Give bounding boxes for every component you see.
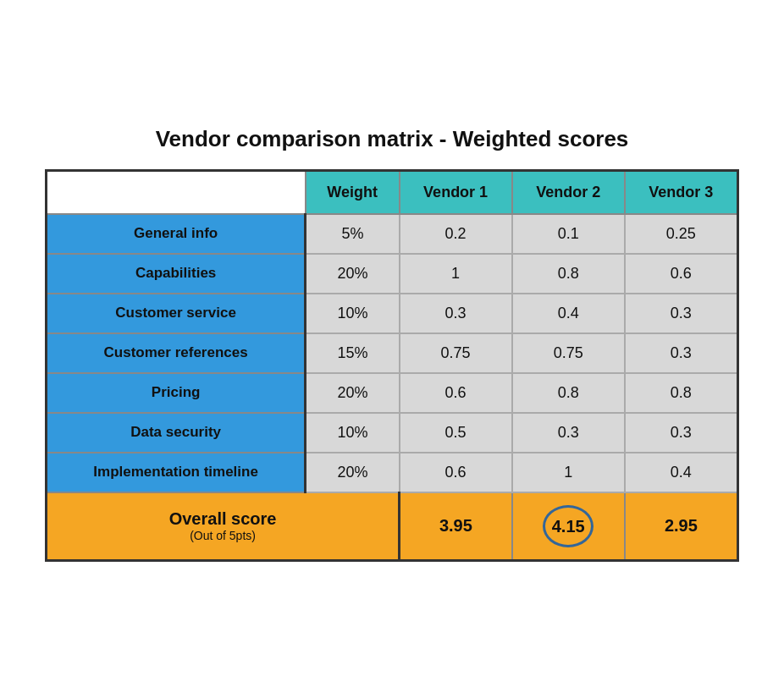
- table-row: Data security10%0.50.30.3: [47, 413, 738, 453]
- table-row: Implementation timeline20%0.610.4: [47, 453, 738, 492]
- row-weight-2: 10%: [306, 294, 400, 333]
- row-v3-5: 0.3: [625, 413, 738, 453]
- main-container: Vendor comparison matrix - Weighted scor…: [28, 109, 756, 579]
- row-v2-0: 0.1: [512, 214, 625, 254]
- row-v2-1: 0.8: [512, 254, 625, 294]
- table-row: Pricing20%0.60.80.8: [47, 373, 738, 413]
- overall-label-main: Overall score: [59, 509, 386, 529]
- overall-row: Overall score(Out of 5pts)3.954.152.95: [47, 492, 738, 561]
- row-v1-6: 0.6: [400, 453, 512, 492]
- row-weight-3: 15%: [306, 333, 400, 373]
- overall-label: Overall score(Out of 5pts): [47, 492, 400, 561]
- table-row: Customer service10%0.30.40.3: [47, 294, 738, 333]
- header-vendor1: Vendor 1: [400, 170, 512, 214]
- table-row: General info5%0.20.10.25: [47, 214, 738, 254]
- row-v3-0: 0.25: [625, 214, 738, 254]
- overall-label-sub: (Out of 5pts): [59, 529, 386, 542]
- row-label-6: Implementation timeline: [47, 453, 306, 492]
- overall-v3: 2.95: [625, 492, 738, 561]
- row-v3-3: 0.3: [625, 333, 738, 373]
- overall-v2: 4.15: [512, 492, 625, 561]
- row-v1-1: 1: [400, 254, 512, 294]
- row-label-4: Pricing: [47, 373, 306, 413]
- header-vendor3: Vendor 3: [625, 170, 738, 214]
- header-weight: Weight: [306, 170, 400, 214]
- header-empty: [47, 170, 306, 214]
- row-v3-6: 0.4: [625, 453, 738, 492]
- row-label-5: Data security: [47, 413, 306, 453]
- row-label-3: Customer references: [47, 333, 306, 373]
- row-label-2: Customer service: [47, 294, 306, 333]
- row-v2-4: 0.8: [512, 373, 625, 413]
- row-weight-4: 20%: [306, 373, 400, 413]
- row-v2-2: 0.4: [512, 294, 625, 333]
- row-v3-1: 0.6: [625, 254, 738, 294]
- row-v2-5: 0.3: [512, 413, 625, 453]
- row-weight-6: 20%: [306, 453, 400, 492]
- row-weight-1: 20%: [306, 254, 400, 294]
- row-v1-2: 0.3: [400, 294, 512, 333]
- comparison-table: Weight Vendor 1 Vendor 2 Vendor 3 Genera…: [45, 169, 739, 562]
- row-v1-0: 0.2: [400, 214, 512, 254]
- table-row: Capabilities20%10.80.6: [47, 254, 738, 294]
- row-v2-6: 1: [512, 453, 625, 492]
- highlighted-score: 4.15: [543, 505, 594, 547]
- table-header-row: Weight Vendor 1 Vendor 2 Vendor 3: [47, 170, 738, 214]
- row-v1-5: 0.5: [400, 413, 512, 453]
- overall-v1: 3.95: [400, 492, 512, 561]
- row-weight-5: 10%: [306, 413, 400, 453]
- row-weight-0: 5%: [306, 214, 400, 254]
- row-v3-4: 0.8: [625, 373, 738, 413]
- row-v1-3: 0.75: [400, 333, 512, 373]
- table-row: Customer references15%0.750.750.3: [47, 333, 738, 373]
- row-label-0: General info: [47, 214, 306, 254]
- row-label-1: Capabilities: [47, 254, 306, 294]
- row-v1-4: 0.6: [400, 373, 512, 413]
- page-title: Vendor comparison matrix - Weighted scor…: [45, 126, 739, 152]
- row-v3-2: 0.3: [625, 294, 738, 333]
- row-v2-3: 0.75: [512, 333, 625, 373]
- header-vendor2: Vendor 2: [512, 170, 625, 214]
